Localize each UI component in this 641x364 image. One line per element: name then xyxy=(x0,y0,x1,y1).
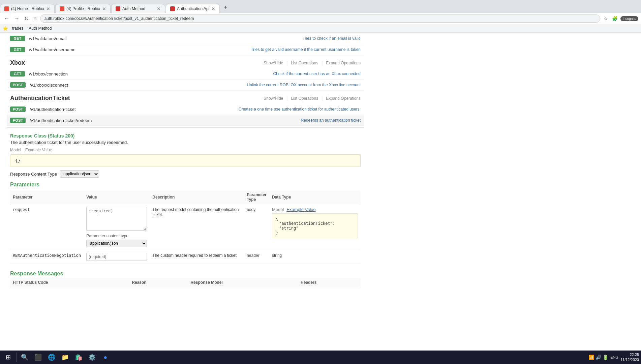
tab-home[interactable]: (4) Home - Roblox ✕ xyxy=(0,4,55,13)
bookmark-auth-method[interactable]: Auth Method xyxy=(27,25,53,31)
api-path-xbox-disconnect: /v1/xbox/disconnect xyxy=(30,83,139,88)
response-th-headers: Headers xyxy=(298,278,361,287)
nav-icons: ☆ 🧩 Incognito xyxy=(602,15,638,22)
method-get-email[interactable]: GET xyxy=(10,36,25,41)
reload-button[interactable]: ↻ xyxy=(23,15,30,23)
param-location-rbx-auth: header xyxy=(247,253,259,258)
data-type-json-close: } xyxy=(276,231,354,235)
auth-ticket-expand-ops[interactable]: Expand Operations xyxy=(326,96,361,101)
home-button[interactable]: ⌂ xyxy=(32,15,38,22)
param-data-type-json: { "authenticationTicket": "string" } xyxy=(272,213,358,238)
response-messages-title: Response Messages xyxy=(10,271,361,277)
response-th-status: HTTP Status Code xyxy=(10,278,129,287)
tab-bar: (4) Home - Roblox ✕ (4) Profile - Roblox… xyxy=(0,0,641,13)
tab-close-auth-method[interactable]: ✕ xyxy=(157,6,161,11)
param-name-rbx-auth: RBXAuthenticationNegotiation xyxy=(13,253,81,258)
param-content-type-select[interactable]: application/json xyxy=(86,240,147,247)
tab-profile[interactable]: (4) Profile - Roblox ✕ xyxy=(55,4,111,13)
api-row-xbox-disconnect: POST /v1/xbox/disconnect Unlink the curr… xyxy=(7,80,364,91)
tab-auth-method[interactable]: Auth Method ✕ xyxy=(111,4,165,13)
auth-ticket-section-header: AuthenticationTicket Show/Hide | List Op… xyxy=(7,91,364,104)
data-type-json-open: { xyxy=(276,216,354,221)
tab-close-home[interactable]: ✕ xyxy=(46,6,50,11)
response-messages-header-row: HTTP Status Code Reason Response Model H… xyxy=(10,278,361,287)
nav-bar: ← → ↻ ⌂ ☆ 🧩 Incognito xyxy=(0,13,641,24)
response-class-title: Response Class (Status 200) xyxy=(10,133,361,139)
tab-label-home: (4) Home - Roblox xyxy=(11,6,44,11)
auth-ticket-title: AuthenticationTicket xyxy=(10,95,264,102)
tab-favicon-auth-api xyxy=(170,6,175,11)
param-desc-request: The request model containing the authent… xyxy=(152,207,239,217)
api-row-xbox-connection: GET /v1/xbox/connection Check if the cur… xyxy=(7,68,364,80)
api-path-username: /v1/validators/username xyxy=(29,47,138,52)
auth-ticket-ops: Show/Hide | List Operations | Expand Ope… xyxy=(264,96,361,101)
api-path-auth-ticket-redeem: /v1/authentication-ticket/redeem xyxy=(30,118,139,123)
xbox-section-header: Xbox Show/Hide | List Operations | Expan… xyxy=(7,55,364,68)
param-data-type-example-tab[interactable]: Example Value xyxy=(286,207,315,212)
response-class-section: Response Class (Status 200) The authenti… xyxy=(10,133,361,178)
api-desc-auth-ticket: Creates a one time use authentication ti… xyxy=(143,107,361,112)
table-row: request Parameter content type: applicat… xyxy=(10,204,361,250)
params-th-value: Value xyxy=(84,190,150,204)
api-row-email: GET /v1/validators/email Tries to check … xyxy=(7,33,364,44)
table-row: RBXAuthenticationNegotiation The custom … xyxy=(10,250,361,264)
tab-auth-api[interactable]: Authentication Api ✕ xyxy=(166,4,220,13)
api-path-xbox-connection: /v1/xbox/connection xyxy=(29,71,138,77)
api-path-auth-ticket: /v1/authentication-ticket xyxy=(30,107,139,112)
tab-favicon-auth-method xyxy=(116,6,120,11)
parameters-table: Parameter Value Description Parameter Ty… xyxy=(10,190,361,264)
parameters-title: Parameters xyxy=(10,182,361,188)
param-content-type-label: Parameter content type: xyxy=(86,234,147,238)
xbox-endpoints: GET /v1/xbox/connection Check if the cur… xyxy=(7,68,364,91)
auth-ticket-endpoints: POST /v1/authentication-ticket Creates a… xyxy=(7,104,364,126)
content-type-select[interactable]: application/json xyxy=(60,170,99,178)
param-desc-rbx-auth: The custom header required to redeem a t… xyxy=(152,253,236,258)
params-th-parameter: Parameter xyxy=(10,190,84,204)
auth-ticket-show-hide[interactable]: Show/Hide xyxy=(264,96,283,101)
xbox-list-ops[interactable]: List Operations xyxy=(291,61,318,65)
tab-close-profile[interactable]: ✕ xyxy=(102,6,106,11)
param-value-request[interactable] xyxy=(86,207,147,231)
method-get-username[interactable]: GET xyxy=(10,47,25,52)
param-value-rbx-auth[interactable] xyxy=(86,253,147,261)
extensions-icon[interactable]: 🧩 xyxy=(611,15,619,22)
api-desc-xbox-connection: Check if the current user has an Xbox co… xyxy=(142,71,361,76)
xbox-show-hide[interactable]: Show/Hide xyxy=(264,61,283,65)
response-messages-section: Response Messages HTTP Status Code Reaso… xyxy=(10,271,361,287)
response-json-box: {} xyxy=(10,154,361,167)
new-tab-button[interactable]: + xyxy=(220,2,231,13)
params-th-data-type: Data Type xyxy=(269,190,361,204)
xbox-expand-ops[interactable]: Expand Operations xyxy=(326,61,361,65)
tab-label-profile: (4) Profile - Roblox xyxy=(66,6,100,11)
tab-label-auth-method: Auth Method xyxy=(122,6,155,11)
tab-favicon-home xyxy=(4,6,9,11)
method-post-auth-ticket-redeem[interactable]: POST xyxy=(10,118,26,123)
validators-section: GET /v1/validators/email Tries to check … xyxy=(7,33,364,55)
auth-ticket-list-ops[interactable]: List Operations xyxy=(291,96,318,101)
parameters-section: Parameters Parameter Value Description P… xyxy=(10,182,361,264)
bookmark-auth-method-label: Auth Method xyxy=(29,26,52,31)
method-post-xbox-disconnect[interactable]: POST xyxy=(10,82,26,88)
method-post-auth-ticket[interactable]: POST xyxy=(10,107,26,112)
api-row-auth-ticket-redeem: POST /v1/authentication-ticket/redeem Re… xyxy=(7,115,364,126)
params-th-description: Description xyxy=(150,190,244,204)
bookmark-icon[interactable]: ☆ xyxy=(602,15,609,22)
back-button[interactable]: ← xyxy=(3,15,11,22)
data-type-json-content: "authenticationTicket": "string" xyxy=(276,221,354,231)
address-bar[interactable] xyxy=(40,14,601,23)
forward-button[interactable]: → xyxy=(13,15,21,22)
method-get-xbox-connection[interactable]: GET xyxy=(10,71,25,77)
model-label: Model xyxy=(10,148,21,152)
bookmark-trades-label: trades xyxy=(12,26,23,31)
content-type-label: Response Content Type xyxy=(10,172,57,177)
bookmarks-icon: ⭐ xyxy=(3,26,8,31)
api-path-email: /v1/validators/email xyxy=(29,36,138,41)
api-desc-username: Tries to get a valid username if the cur… xyxy=(142,47,361,52)
api-desc-xbox-disconnect: Unlink the current ROBLOX account from t… xyxy=(143,83,361,87)
response-th-model: Response Model xyxy=(188,278,298,287)
bookmark-trades[interactable]: trades xyxy=(11,25,25,31)
model-tab-example[interactable]: Example Value xyxy=(25,148,52,152)
tab-close-auth-api[interactable]: ✕ xyxy=(211,6,215,11)
params-header-row: Parameter Value Description Parameter Ty… xyxy=(10,190,361,204)
tab-label-auth-api: Authentication Api xyxy=(177,6,209,11)
